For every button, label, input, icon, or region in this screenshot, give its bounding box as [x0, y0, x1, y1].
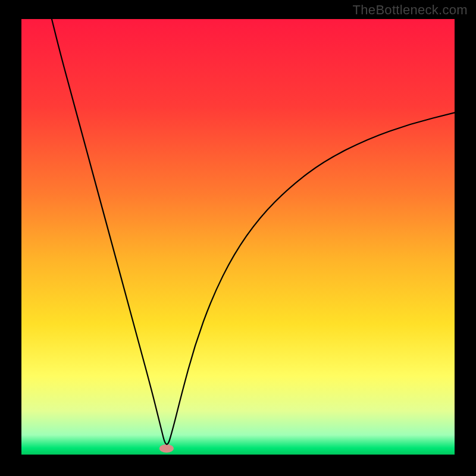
bottleneck-chart	[0, 0, 476, 476]
optimal-point-marker	[159, 444, 174, 453]
chart-stage: TheBottleneck.com	[0, 0, 476, 476]
plot-background	[21, 19, 455, 455]
watermark-label: TheBottleneck.com	[353, 2, 468, 18]
